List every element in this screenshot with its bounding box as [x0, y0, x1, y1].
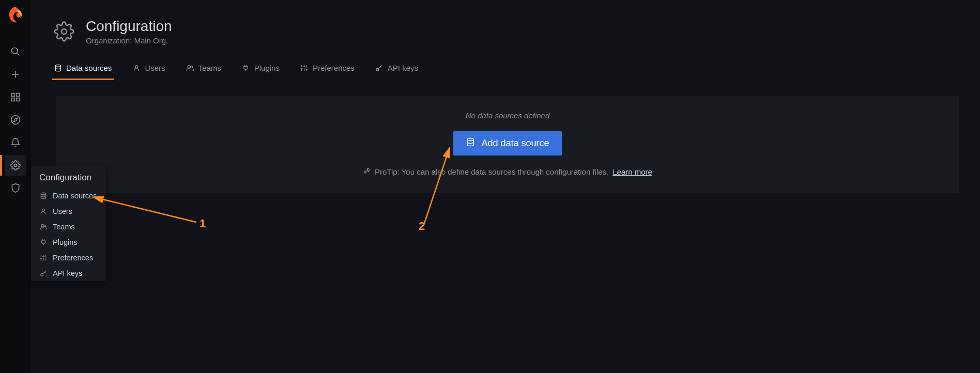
search-icon[interactable] — [5, 41, 26, 62]
svg-point-25 — [376, 68, 379, 71]
plug-icon — [242, 64, 250, 72]
grafana-logo[interactable] — [5, 5, 26, 26]
database-icon — [54, 64, 62, 72]
svg-point-14 — [188, 66, 190, 68]
svg-point-10 — [14, 164, 17, 167]
empty-state-text: No data sources defined — [66, 111, 949, 120]
submenu-item-label: Plugins — [53, 238, 78, 246]
user-icon — [132, 64, 141, 72]
tab-label: Users — [145, 64, 165, 72]
submenu-item-label: Preferences — [53, 254, 93, 262]
shield-icon[interactable] — [5, 178, 26, 198]
add-button-label: Add data source — [481, 138, 549, 149]
svg-point-8 — [11, 116, 20, 125]
sidebar — [0, 0, 31, 373]
svg-point-15 — [191, 66, 193, 68]
explore-icon[interactable] — [5, 110, 26, 130]
submenu-item-api-keys[interactable]: API keys — [31, 266, 106, 281]
protip-text: ProTip: You can also define data sources… — [375, 167, 608, 176]
page-header: Configuration Organization: Main Org. — [31, 0, 980, 45]
plug-icon — [39, 238, 48, 246]
gear-icon — [52, 19, 76, 44]
key-icon — [375, 64, 384, 72]
database-icon — [466, 137, 475, 149]
page-title: Configuration — [86, 18, 172, 35]
tab-data-sources[interactable]: Data sources — [52, 59, 114, 80]
svg-rect-4 — [12, 94, 15, 97]
submenu-item-preferences[interactable]: Preferences — [31, 250, 106, 266]
key-icon — [39, 269, 48, 277]
users-icon — [186, 64, 194, 72]
users-icon — [39, 223, 48, 231]
svg-rect-7 — [17, 98, 20, 101]
tab-preferences[interactable]: Preferences — [298, 59, 357, 80]
svg-point-32 — [41, 224, 44, 227]
protip-row: ProTip: You can also define data sources… — [66, 167, 949, 176]
svg-marker-9 — [14, 118, 18, 122]
tab-label: Plugins — [254, 64, 280, 72]
user-icon — [39, 207, 48, 215]
svg-point-12 — [55, 65, 60, 67]
tab-label: Preferences — [313, 64, 355, 72]
svg-point-0 — [12, 48, 18, 54]
svg-line-45 — [44, 272, 45, 273]
rocket-icon — [363, 167, 371, 176]
svg-rect-5 — [17, 94, 20, 97]
submenu-item-label: Users — [53, 207, 72, 215]
dashboards-icon[interactable] — [5, 87, 26, 107]
svg-point-33 — [44, 225, 46, 227]
submenu-item-users[interactable]: Users — [31, 204, 106, 219]
submenu-item-label: API keys — [53, 269, 82, 277]
sliders-icon — [39, 254, 48, 262]
svg-line-26 — [379, 65, 382, 69]
svg-rect-6 — [12, 98, 15, 101]
data-sources-panel: No data sources defined Add data source … — [56, 96, 959, 193]
submenu-item-label: Data sources — [53, 192, 97, 200]
configuration-submenu: Configuration Data sources Users Teams P… — [31, 166, 106, 281]
tab-label: Teams — [198, 64, 221, 72]
tab-teams[interactable]: Teams — [184, 59, 223, 80]
tab-api-keys[interactable]: API keys — [373, 59, 420, 80]
svg-point-13 — [135, 66, 138, 68]
main-content: Configuration Organization: Main Org. Da… — [31, 0, 980, 373]
tab-label: API keys — [388, 64, 418, 72]
svg-point-11 — [62, 29, 67, 34]
submenu-item-data-sources[interactable]: Data sources — [31, 188, 106, 204]
page-subtitle: Organization: Main Org. — [86, 36, 172, 45]
svg-line-1 — [17, 53, 20, 56]
bell-icon[interactable] — [5, 132, 26, 153]
submenu-title: Configuration — [31, 166, 106, 188]
svg-line-27 — [380, 67, 381, 68]
svg-point-28 — [467, 138, 473, 141]
svg-point-30 — [41, 193, 45, 195]
plus-icon[interactable] — [5, 64, 26, 85]
tab-label: Data sources — [66, 64, 112, 72]
tab-users[interactable]: Users — [130, 59, 167, 80]
tab-plugins[interactable]: Plugins — [240, 59, 282, 80]
submenu-item-label: Teams — [53, 223, 75, 231]
submenu-item-teams[interactable]: Teams — [31, 219, 106, 235]
svg-point-31 — [42, 209, 45, 211]
svg-point-29 — [368, 169, 368, 170]
svg-point-43 — [41, 274, 43, 276]
learn-more-link[interactable]: Learn more — [612, 167, 652, 176]
gear-icon[interactable] — [5, 155, 26, 176]
add-data-source-button[interactable]: Add data source — [453, 131, 561, 156]
sliders-icon — [300, 64, 309, 72]
database-icon — [39, 192, 48, 200]
tabs: Data sources Users Teams Plugins Prefere… — [31, 45, 980, 80]
submenu-item-plugins[interactable]: Plugins — [31, 235, 106, 250]
